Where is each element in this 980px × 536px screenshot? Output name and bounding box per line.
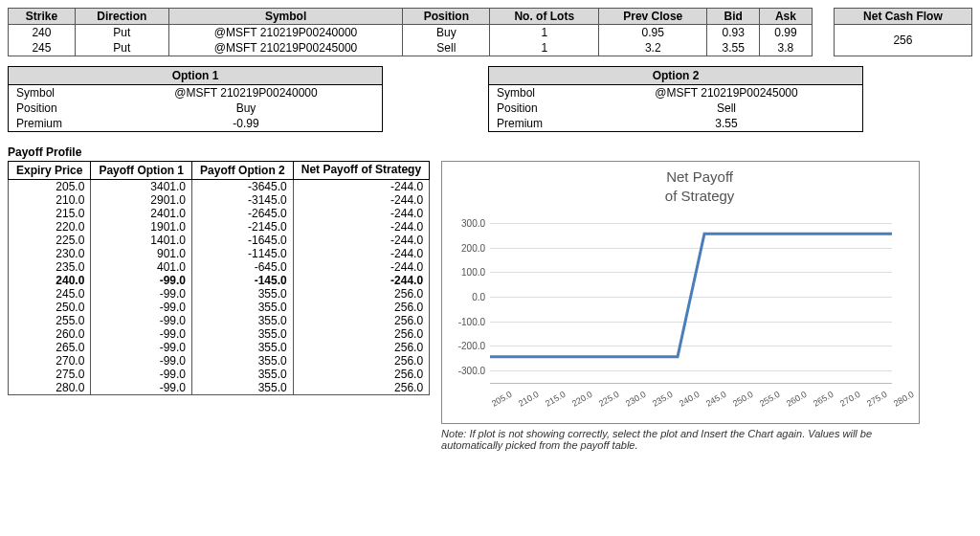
label: Premium xyxy=(489,116,590,131)
trades-col: Strike xyxy=(9,9,76,25)
cell: Buy xyxy=(403,25,490,41)
option1-premium: -0.99 xyxy=(110,116,382,131)
cell: 270.0 xyxy=(9,354,91,368)
cell: 355.0 xyxy=(192,368,294,381)
cell: 220.0 xyxy=(9,220,91,234)
cell: 0.93 xyxy=(707,25,760,41)
trades-col: No. of Lots xyxy=(490,9,599,25)
table-row: 205.03401.0-3645.0-244.0 xyxy=(9,180,430,194)
col-net: Net Payoff of Strategy xyxy=(293,162,429,180)
x-tick: 240.0 xyxy=(678,390,702,409)
cell: 255.0 xyxy=(9,314,91,327)
col-p1: Payoff Option 1 xyxy=(91,162,192,180)
cell: -244.0 xyxy=(293,260,429,274)
x-tick: 230.0 xyxy=(624,390,648,409)
table-row: 235.0401.0-645.0-244.0 xyxy=(9,260,430,274)
cell: 245.0 xyxy=(9,287,91,301)
cell: -2145.0 xyxy=(192,220,294,234)
option2-premium: 3.55 xyxy=(590,116,862,131)
cell: @MSFT 210219P00240000 xyxy=(168,25,403,41)
y-tick: -100.0 xyxy=(447,316,485,326)
x-tick: 245.0 xyxy=(704,390,728,409)
cell: -244.0 xyxy=(293,234,429,247)
cell: -145.0 xyxy=(192,274,294,287)
table-row: 220.01901.0-2145.0-244.0 xyxy=(9,220,430,234)
cell: -1645.0 xyxy=(192,234,294,247)
trades-col: Net Cash Flow xyxy=(834,9,971,25)
x-tick: 235.0 xyxy=(651,390,675,409)
cell: -99.0 xyxy=(91,274,192,287)
cell: 240.0 xyxy=(9,274,91,287)
cell: 256.0 xyxy=(293,341,429,354)
label: Premium xyxy=(9,116,110,131)
col-p2: Payoff Option 2 xyxy=(192,162,294,180)
x-tick: 270.0 xyxy=(838,390,862,409)
cell: 0.99 xyxy=(760,25,813,41)
cell: -244.0 xyxy=(293,247,429,260)
cell: 256.0 xyxy=(293,354,429,368)
label: Position xyxy=(9,100,110,116)
trades-col: Bid xyxy=(707,9,760,25)
cell: 210.0 xyxy=(9,193,91,207)
cell: 1401.0 xyxy=(91,234,192,247)
cell: 401.0 xyxy=(91,260,192,274)
option2-box: Option 2 Symbol@MSFT 210219P00245000 Pos… xyxy=(488,66,863,132)
cell: -244.0 xyxy=(293,180,429,194)
cell: 2401.0 xyxy=(91,207,192,220)
table-row: 240.0-99.0-145.0-244.0 xyxy=(9,274,430,287)
option2-position: Sell xyxy=(590,100,862,116)
cell: 256.0 xyxy=(293,301,429,314)
cell: 1901.0 xyxy=(91,220,192,234)
cell: -99.0 xyxy=(91,341,192,354)
cell: 215.0 xyxy=(9,207,91,220)
cell: 3.8 xyxy=(760,40,813,56)
table-row: 240Put@MSFT 210219P00240000Buy10.950.930… xyxy=(9,25,972,41)
option1-title: Option 1 xyxy=(9,67,382,85)
table-row: 225.01401.0-1645.0-244.0 xyxy=(9,234,430,247)
net-cash-flow: 256 xyxy=(834,25,971,56)
trades-col: Position xyxy=(403,9,490,25)
cell: 250.0 xyxy=(9,301,91,314)
cell: -99.0 xyxy=(91,327,192,341)
table-row: 245.0-99.0355.0256.0 xyxy=(9,287,430,301)
label: Position xyxy=(489,100,590,116)
y-tick: 300.0 xyxy=(447,217,485,228)
net-payoff-chart[interactable]: Net Payoffof Strategy -300.0-200.0-100.0… xyxy=(441,161,920,424)
cell: 256.0 xyxy=(293,287,429,301)
table-row: 215.02401.0-2645.0-244.0 xyxy=(9,207,430,220)
table-row: 250.0-99.0355.0256.0 xyxy=(9,301,430,314)
x-tick: 225.0 xyxy=(597,390,621,409)
cell: 355.0 xyxy=(192,381,294,395)
y-tick: -300.0 xyxy=(447,366,485,376)
chart-note: Note: If plot is not showing correctly, … xyxy=(441,428,901,451)
cell: 1 xyxy=(490,25,599,41)
option2-title: Option 2 xyxy=(489,67,862,85)
cell: 355.0 xyxy=(192,327,294,341)
table-row: 270.0-99.0355.0256.0 xyxy=(9,354,430,368)
cell: Sell xyxy=(403,40,490,56)
x-tick: 205.0 xyxy=(490,390,514,409)
cell: 355.0 xyxy=(192,301,294,314)
cell: 205.0 xyxy=(9,180,91,194)
cell: 3.2 xyxy=(599,40,707,56)
cell: 240 xyxy=(9,25,76,41)
cell: 230.0 xyxy=(9,247,91,260)
cell: 355.0 xyxy=(192,354,294,368)
cell: 256.0 xyxy=(293,314,429,327)
cell: -244.0 xyxy=(293,274,429,287)
cell: -99.0 xyxy=(91,368,192,381)
cell: 3401.0 xyxy=(91,180,192,194)
cell: -99.0 xyxy=(91,314,192,327)
cell: -99.0 xyxy=(91,287,192,301)
x-tick: 260.0 xyxy=(785,390,809,409)
x-tick: 255.0 xyxy=(758,390,782,409)
table-row: 280.0-99.0355.0256.0 xyxy=(9,381,430,395)
x-tick: 210.0 xyxy=(517,390,541,409)
x-tick: 280.0 xyxy=(892,390,916,409)
cell: -99.0 xyxy=(91,354,192,368)
cell: 256.0 xyxy=(293,368,429,381)
cell: 3.55 xyxy=(707,40,760,56)
cell: -1145.0 xyxy=(192,247,294,260)
y-tick: 0.0 xyxy=(447,292,485,302)
cell: 245 xyxy=(9,40,76,56)
